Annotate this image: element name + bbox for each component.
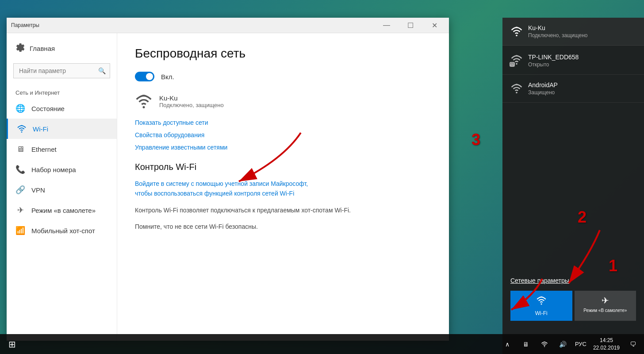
svg-point-9 [544, 346, 545, 347]
nav-label-vpn: VPN [31, 186, 45, 194]
search-box: 🔍 [13, 63, 110, 78]
sidebar-home-label: Главная [30, 45, 55, 52]
start-button[interactable]: ⊞ [2, 334, 22, 354]
taskbar-clock[interactable]: 14:25 22.02.2019 [590, 334, 623, 354]
globe-icon: 🌐 [15, 104, 25, 113]
nav-label-status: Состояние [31, 105, 65, 112]
flyout-net-status-androidap: Защищено [528, 89, 558, 96]
sidebar-item-vpn[interactable]: 🔗 VPN [7, 180, 117, 200]
airplane-quick-label: Режим «В самолете» [583, 308, 627, 313]
wifi-toggle[interactable] [135, 72, 154, 81]
flyout-net-name-androidap: AndroidAP [528, 81, 558, 88]
toggle-row: Вкл. [135, 72, 431, 81]
gear-icon [15, 43, 24, 54]
nav-label-dialup: Набор номера [31, 166, 76, 173]
svg-point-1 [143, 106, 145, 108]
taskbar-monitor-icon[interactable]: 🖥 [517, 334, 535, 354]
toggle-label: Вкл. [161, 73, 174, 81]
taskbar: ⊞ ∧ 🖥 🔊 РУС 14:25 22.02.2019 🗨 [0, 334, 644, 354]
title-bar-controls: — ☐ ✕ [376, 21, 445, 30]
window-title: Параметры [11, 22, 39, 28]
taskbar-notification-icon[interactable]: 🗨 [624, 334, 642, 354]
flyout-network-info-androidap: AndroidAP Защищено [528, 81, 558, 96]
flyout-wifi-icon-tplink: 🛡 [510, 54, 523, 66]
network-name: Ku-Ku [159, 94, 224, 102]
sidebar-section-header: Сеть и Интернет [7, 83, 117, 98]
arrow-3-svg [195, 124, 318, 195]
desktop: Параметры — ☐ ✕ Главная [0, 0, 644, 354]
arrow-1-svg [498, 274, 564, 319]
nav-label-ethernet: Ethernet [31, 146, 57, 153]
page-title: Беспроводная сеть [135, 46, 431, 61]
lock-badge-tplink: 🛡 [510, 62, 515, 67]
flyout-net-name-tplink: TP-LINK_EDD658 [528, 54, 579, 61]
sidebar-item-status[interactable]: 🌐 Состояние [7, 98, 117, 119]
taskbar-volume-icon[interactable]: 🔊 [554, 334, 572, 354]
flyout-network-info-tplink: TP-LINK_EDD658 Открыто [528, 54, 579, 68]
svg-point-4 [516, 92, 518, 94]
annotation-3: 3 [472, 131, 480, 149]
sidebar-item-hotspot[interactable]: 📶 Мобильный хот-спот [7, 220, 117, 241]
network-card: Ku-Ku Подключено, защищено [135, 92, 431, 110]
minimize-button[interactable]: — [376, 18, 397, 33]
taskbar-wifi-icon[interactable] [536, 334, 553, 354]
sidebar-item-airplane[interactable]: ✈ Режим «в самолете» [7, 200, 117, 220]
taskbar-language[interactable]: РУС [573, 341, 589, 347]
airplane-quick-action-button[interactable]: ✈ Режим «В самолете» [575, 291, 636, 321]
annotation-2: 2 [578, 208, 586, 227]
sidebar-item-wifi[interactable]: Wi-Fi [7, 119, 117, 139]
flyout-net-name-kuku: Ku-Ku [528, 24, 588, 31]
flyout-network-androidap[interactable]: AndroidAP Защищено [502, 75, 644, 103]
flyout-net-status-kuku: Подключено, защищено [528, 32, 588, 38]
flyout-network-info-kuku: Ku-Ku Подключено, защищено [528, 24, 588, 38]
airplane-icon: ✈ [15, 205, 25, 215]
wifi-control-info1: Контроль Wi-Fi позволяет подключаться к … [135, 205, 431, 215]
vpn-icon: 🔗 [15, 185, 25, 195]
search-input[interactable] [13, 63, 110, 78]
nav-label-airplane: Режим «в самолете» [31, 207, 96, 214]
svg-point-0 [21, 131, 23, 133]
phone-icon: 📞 [15, 165, 25, 174]
nav-label-hotspot: Мобильный хот-спот [31, 227, 95, 235]
svg-point-3 [516, 63, 518, 65]
system-tray-expand[interactable]: ∧ [498, 334, 516, 354]
title-bar: Параметры — ☐ ✕ [7, 18, 449, 33]
flyout-net-status-tplink: Открыто [528, 62, 579, 68]
taskbar-left: ⊞ [0, 334, 22, 354]
airplane-quick-icon: ✈ [602, 295, 609, 306]
svg-point-2 [516, 35, 518, 37]
maximize-button[interactable]: ☐ [400, 18, 421, 33]
sidebar-item-dialup[interactable]: 📞 Набор номера [7, 159, 117, 180]
sidebar: Главная 🔍 Сеть и Интернет 🌐 Состояние [7, 33, 117, 341]
ethernet-icon: 🖥 [15, 144, 25, 154]
search-icon: 🔍 [98, 67, 106, 74]
flyout-network-kuku[interactable]: Ku-Ku Подключено, защищено [502, 18, 644, 46]
network-info: Ku-Ku Подключено, защищено [159, 94, 224, 108]
taskbar-right: ∧ 🖥 🔊 РУС 14:25 22.02.2019 🗨 [498, 334, 644, 354]
sidebar-item-ethernet[interactable]: 🖥 Ethernet [7, 139, 117, 159]
flyout-wifi-icon-androidap [510, 82, 523, 95]
flyout-network-tplink[interactable]: 🛡 TP-LINK_EDD658 Открыто [502, 46, 644, 75]
hotspot-icon: 📶 [15, 226, 25, 235]
wifi-control-info2: Помните, что не все сети Wi-Fi безопасны… [135, 222, 431, 231]
annotation-1: 1 [609, 257, 617, 275]
nav-label-wifi: Wi-Fi [33, 125, 48, 133]
close-button[interactable]: ✕ [424, 18, 445, 33]
sidebar-home-button[interactable]: Главная [7, 38, 117, 59]
taskbar-date: 22.02.2019 [593, 344, 620, 352]
wifi-icon [17, 124, 27, 134]
taskbar-time: 14:25 [600, 337, 613, 344]
network-status: Подключено, защищено [159, 102, 224, 108]
flyout-wifi-icon-kuku [510, 25, 523, 38]
